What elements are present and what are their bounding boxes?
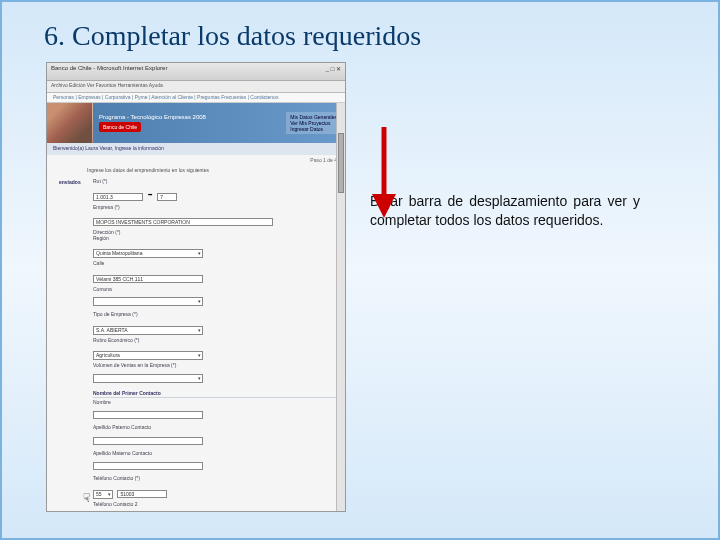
tipo-label: Tipo de Empresa (*)	[93, 312, 337, 318]
scrollbar[interactable]	[336, 103, 345, 511]
form-fields: Rut (*) 1.001.3 - 7 Empresa (*) MOPOS IN…	[93, 179, 337, 512]
apmat-input[interactable]	[93, 462, 203, 470]
welcome-bar: Bienvenido(a) Laura Vesar, Ingrese la in…	[47, 143, 345, 155]
form-intro: Ingrese los datos del emprendimiento en …	[47, 165, 345, 177]
rut-dv-input[interactable]: 7	[157, 193, 177, 201]
calle-label: Calle	[93, 261, 337, 267]
annotation-caption: Bajar barra de desplazamiento para ver y…	[370, 192, 640, 230]
section-contacto: Nombre del Primer Contacto	[93, 390, 337, 398]
fono2-label: Teléfono Contacto 2	[93, 502, 337, 508]
fono-label: Teléfono Contacto (*)	[93, 476, 337, 482]
rubro-label: Rubro Económico (*)	[93, 338, 337, 344]
rut-label: Rut (*)	[93, 179, 337, 185]
step-indicator: Paso 1 de 4	[47, 155, 345, 165]
banner-mid: Programa - Tecnológico Empresas 2008 Ban…	[93, 112, 286, 134]
browser-menu[interactable]: Archivo Edición Ver Favoritos Herramient…	[47, 81, 345, 93]
rubro-select[interactable]: Agricultura	[93, 351, 203, 360]
form-sidebar: envíados	[59, 179, 89, 512]
region-label: Región	[93, 236, 337, 242]
fono-input[interactable]: 51003	[117, 490, 167, 498]
scroll-thumb[interactable]	[338, 133, 344, 193]
banner-program: Programa - Tecnológico Empresas 2008	[99, 114, 280, 120]
calle-input[interactable]: Vélami 385 CCH.111	[93, 275, 203, 283]
comuna-label: Comuna	[93, 287, 337, 293]
link-ingresar[interactable]: Ingresar Datos	[290, 126, 337, 132]
form-body: envíados Rut (*) 1.001.3 - 7 Empresa (*)…	[47, 177, 345, 512]
appat-label: Apellido Paterno Contacto	[93, 425, 337, 431]
screenshot: Banco de Chile - Microsoft Internet Expl…	[46, 62, 346, 512]
tipo-select[interactable]: S.A. ABIERTA	[93, 326, 203, 335]
slide-title: 6. Completar los datos requeridos	[2, 2, 718, 58]
empresa-label: Empresa (*)	[93, 205, 337, 211]
banner-links[interactable]: Mis Datos Generales Ver Mis Proyectos In…	[286, 112, 341, 134]
nav-tabs[interactable]: Personas | Empresas | Corporativa | Pyme…	[47, 93, 345, 103]
content-area: Banco de Chile - Microsoft Internet Expl…	[2, 58, 718, 512]
comuna-select[interactable]	[93, 297, 203, 306]
nombre-label: Nombre	[93, 400, 337, 406]
page-banner: Programa - Tecnológico Empresas 2008 Ban…	[47, 103, 345, 143]
window-title: Banco de Chile - Microsoft Internet Expl…	[51, 65, 167, 78]
rut-input[interactable]: 1.001.3	[93, 193, 143, 201]
banner-logo: Banco de Chile	[99, 122, 141, 132]
nombre-input[interactable]	[93, 411, 203, 419]
apmat-label: Apellido Materno Contacto	[93, 451, 337, 457]
svg-marker-1	[372, 194, 396, 218]
browser-titlebar: Banco de Chile - Microsoft Internet Expl…	[47, 63, 345, 81]
down-arrow-icon	[364, 122, 404, 222]
banner-photo	[47, 103, 93, 143]
appat-input[interactable]	[93, 437, 203, 445]
window-controls[interactable]: _ □ ✕	[326, 65, 341, 78]
region-select[interactable]: Quinta Metropolitana	[93, 249, 203, 258]
empresa-input[interactable]: MOPOS INVESTMENTS CORPORATION	[93, 218, 273, 226]
ventas-label: Volúmen de Ventas en la Empresa (*)	[93, 363, 337, 369]
ventas-select[interactable]	[93, 374, 203, 383]
annotation-panel: Bajar barra de desplazamiento para ver y…	[364, 62, 688, 512]
fono-code[interactable]: 55	[93, 490, 113, 499]
